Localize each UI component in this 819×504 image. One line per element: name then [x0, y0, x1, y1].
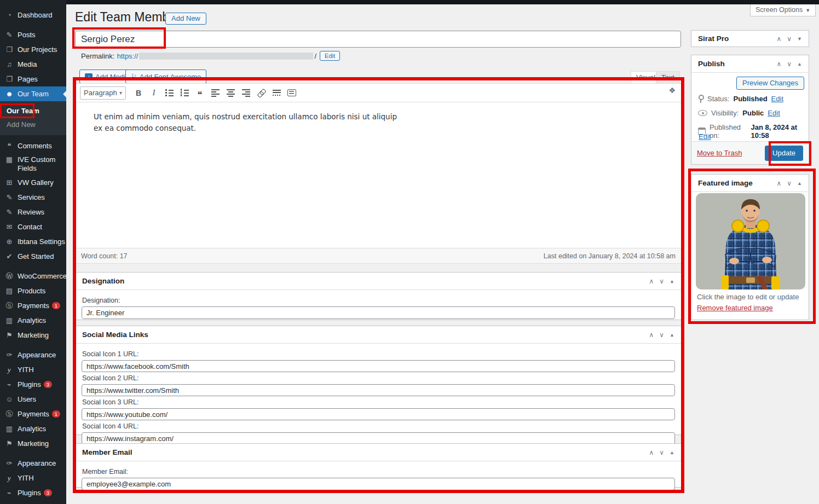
move-up-icon[interactable]: ∧ — [776, 60, 781, 68]
toggle-panel-icon[interactable]: ▲ — [670, 279, 674, 284]
designation-input[interactable] — [82, 306, 675, 319]
move-down-icon[interactable]: ∨ — [787, 35, 792, 43]
numbered-list-button[interactable] — [177, 86, 192, 100]
social-icon-4-input[interactable] — [82, 432, 675, 444]
social-icon-3-input[interactable] — [82, 408, 675, 420]
sidebar-item-appearance-2[interactable]: ✑ Appearance — [0, 456, 66, 471]
pin-icon: ✎ — [5, 31, 14, 39]
sidebar-item-plugins[interactable]: ⌁ Plugins 3 — [0, 377, 66, 392]
move-up-icon[interactable]: ∧ — [776, 179, 781, 187]
move-down-icon[interactable]: ∨ — [787, 179, 792, 187]
bullet-list-button[interactable] — [162, 86, 176, 100]
move-up-icon[interactable]: ∧ — [776, 35, 781, 43]
sidebar-item-yith[interactable]: y YITH — [0, 362, 66, 377]
edit-status-link[interactable]: Edit — [771, 95, 783, 103]
sidebar-item-payments-2[interactable]: Ⓢ Payments 1 — [0, 407, 66, 421]
toggle-panel-icon[interactable]: ▲ — [670, 332, 674, 338]
preview-changes-button[interactable]: Preview Changes — [736, 77, 804, 90]
edit-published-date-link[interactable]: Edit — [699, 132, 711, 141]
sidebar-item-get-started[interactable]: ✔ Get Started — [0, 249, 66, 264]
toggle-panel-icon[interactable]: ▼ — [797, 36, 802, 42]
italic-button[interactable]: I — [147, 86, 161, 100]
sidebar-item-yith-2[interactable]: y YITH — [0, 471, 66, 485]
member-email-input[interactable] — [82, 478, 675, 490]
featured-image[interactable] — [696, 193, 805, 289]
editor-status-bar: Word count: 17 Last edited on January 8,… — [76, 248, 681, 263]
move-up-icon[interactable]: ∧ — [649, 449, 654, 456]
sidebar-item-plugins-2[interactable]: ⌁ Plugins 3 — [0, 485, 66, 500]
sidebar-item-analytics-2[interactable]: ▥ Analytics — [0, 421, 66, 436]
move-down-icon[interactable]: ∨ — [659, 449, 664, 456]
chart-icon: ▥ — [5, 316, 14, 325]
sidebar-item-appearance[interactable]: ✑ Appearance — [0, 347, 66, 362]
metabox-header: Social Media Links ∧ ∨ ▲ — [76, 326, 681, 344]
sidebar-item-pages[interactable]: ❐ Pages — [0, 72, 66, 86]
move-down-icon[interactable]: ∨ — [787, 60, 792, 68]
align-right-button[interactable] — [239, 86, 253, 100]
screen-options-button[interactable]: Screen Options▼ — [750, 4, 816, 16]
move-down-icon[interactable]: ∨ — [659, 331, 664, 339]
sidebar-item-contact[interactable]: ✉ Contact — [0, 219, 66, 234]
worker-photo — [696, 193, 805, 289]
submenu-item-add-new[interactable]: Add New — [0, 118, 66, 131]
bold-button[interactable]: B — [131, 86, 146, 100]
move-up-icon[interactable]: ∧ — [649, 331, 654, 339]
sidebar-item-woocommerce[interactable]: Ⓦ WooCommerce — [0, 269, 66, 283]
panel-header: Sirat Pro ∧ ∨ ▼ — [691, 31, 809, 47]
sidebar-item-ibtana-settings[interactable]: ⊕ Ibtana Settings — [0, 234, 66, 249]
sidebar-item-media[interactable]: ♫ Media — [0, 57, 66, 72]
social-icon-2-input[interactable] — [82, 384, 675, 396]
sidebar-item-our-projects[interactable]: ❒ Our Projects — [0, 42, 66, 57]
remove-featured-image-link[interactable]: Remove featured image — [697, 304, 773, 312]
toggle-panel-icon[interactable]: ▲ — [670, 450, 674, 455]
toggle-panel-icon[interactable]: ▲ — [797, 181, 802, 186]
chevron-down-icon: ▾ — [119, 90, 122, 96]
move-up-icon[interactable]: ∧ — [649, 277, 654, 285]
sidebar-item-analytics[interactable]: ▥ Analytics — [0, 313, 66, 328]
sidebar-item-users[interactable]: ☺ Users — [0, 392, 66, 407]
sidebar-item-ive-custom-fields[interactable]: ▦ IVE Custom Fields — [0, 153, 66, 175]
blockquote-button[interactable]: ❝ — [193, 86, 207, 100]
align-center-button[interactable] — [223, 86, 238, 100]
metabox-header: Member Email ∧ ∨ ▲ — [76, 444, 681, 461]
insert-link-button[interactable] — [254, 86, 268, 100]
read-more-button[interactable] — [269, 86, 284, 100]
megaphone-icon: ⚑ — [5, 331, 14, 339]
move-down-icon[interactable]: ∨ — [659, 277, 664, 285]
social-icon-2-label: Social Icon 2 URL: — [82, 374, 675, 382]
add-font-awesome-button[interactable]: ⚐ Add Font Awesome — [125, 69, 206, 84]
admin-bar — [0, 0, 819, 4]
megaphone-icon: ⚑ — [5, 439, 14, 448]
sidebar-item-services[interactable]: ✎ Services — [0, 190, 66, 205]
move-to-trash-link[interactable]: Move to Trash — [697, 149, 742, 157]
update-button[interactable]: Update — [765, 146, 803, 161]
sidebar-item-payments[interactable]: Ⓢ Payments 1 — [0, 298, 66, 313]
sidebar-item-vw-gallery[interactable]: ⊞ VW Gallery — [0, 175, 66, 190]
permalink-edit-button[interactable]: Edit — [320, 51, 340, 61]
sidebar-item-reviews[interactable]: ✎ Reviews — [0, 205, 66, 219]
sidebar-item-our-team[interactable]: ☻ Our Team — [0, 86, 66, 101]
fullscreen-icon[interactable]: ❖ — [668, 86, 676, 95]
sidebar-item-products[interactable]: ▤ Products — [0, 283, 66, 298]
paragraph-format-select[interactable]: Paragraph ▾ — [80, 86, 126, 100]
permalink-link[interactable]: https:// — [117, 52, 138, 60]
align-left-button[interactable] — [208, 86, 222, 100]
editor-content[interactable]: Ut enim ad minim veniam, quis nostrud ex… — [76, 102, 681, 248]
tab-text[interactable]: Text — [656, 71, 680, 84]
count-badge: 3 — [44, 489, 52, 496]
member-email-label: Member Email: — [82, 468, 675, 476]
sidebar-item-dashboard[interactable]: ◔ Dashboard — [0, 8, 66, 22]
sidebar-item-marketing-2[interactable]: ⚑ Marketing — [0, 436, 66, 451]
toggle-panel-icon[interactable]: ▲ — [797, 61, 802, 67]
media-icon: ♪ — [85, 73, 93, 80]
edit-visibility-link[interactable]: Edit — [768, 109, 780, 117]
submenu-item-our-team[interactable]: Our Team — [0, 104, 66, 118]
social-icon-1-input[interactable] — [82, 360, 675, 372]
post-title-input[interactable] — [75, 31, 681, 48]
toolbar-toggle-button[interactable] — [285, 86, 299, 100]
sidebar-item-posts[interactable]: ✎ Posts — [0, 27, 66, 42]
sidebar-item-users-2[interactable]: ☺ Users — [0, 500, 66, 504]
sidebar-item-marketing[interactable]: ⚑ Marketing — [0, 328, 66, 343]
sidebar-item-comments[interactable]: ❝ Comments — [0, 138, 66, 153]
add-new-button[interactable]: Add New — [165, 13, 206, 25]
